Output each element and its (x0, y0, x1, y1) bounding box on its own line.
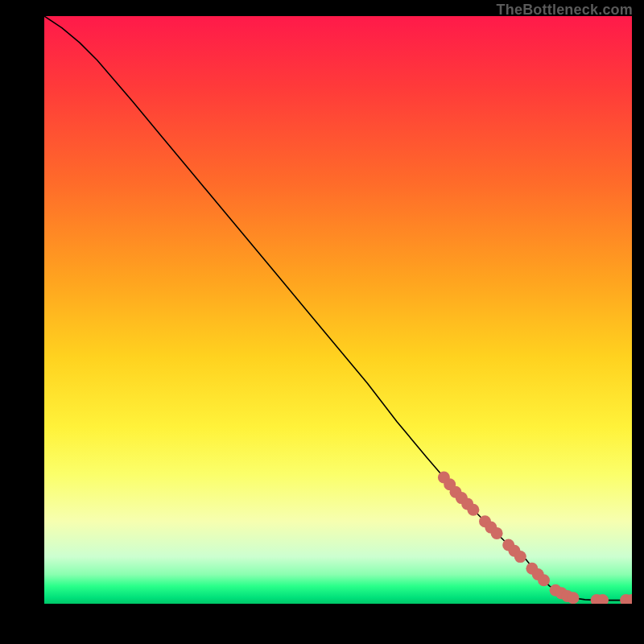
data-point (467, 504, 479, 516)
chart-overlay (44, 16, 632, 604)
data-point (491, 527, 503, 539)
curve-line (44, 16, 632, 601)
plot-area (44, 16, 632, 604)
data-point (568, 592, 580, 604)
marker-group (438, 472, 632, 604)
chart-stage: TheBottleneck.com (0, 0, 644, 644)
data-point (514, 551, 526, 563)
data-point (538, 574, 550, 586)
